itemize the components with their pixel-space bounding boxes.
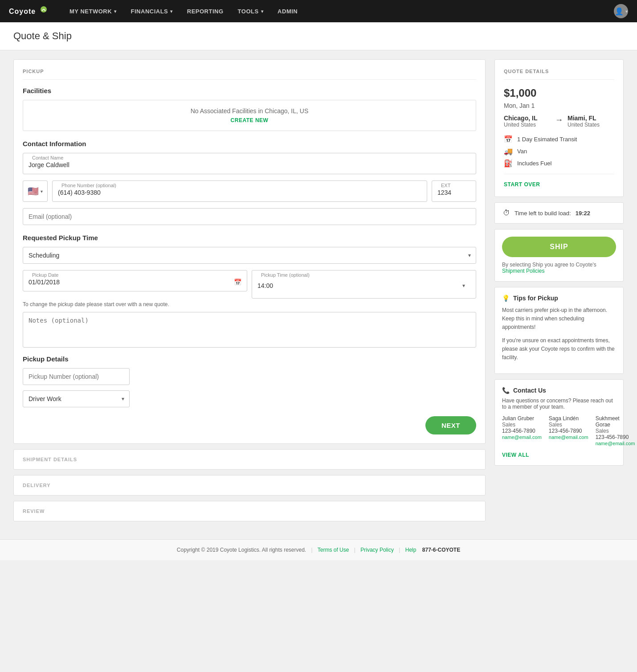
next-button[interactable]: NEXT <box>425 416 476 434</box>
pickup-time-select[interactable]: 14:00 15:00 16:00 <box>257 278 470 294</box>
footer: Copyright © 2019 Coyote Logistics. All r… <box>0 539 637 560</box>
timer-value: 19:22 <box>576 210 590 217</box>
pickup-time-label: Pickup Time (optional) <box>259 272 311 278</box>
nav-my-network[interactable]: MY NETWORK ▾ <box>62 0 124 22</box>
dest-country: United States <box>568 122 614 128</box>
tip2-text: If you're unsure on exact appointments t… <box>502 336 616 362</box>
view-all-link[interactable]: VIEW ALL <box>502 452 529 458</box>
tips-title: 💡 Tips for Pickup <box>502 295 616 302</box>
nav-tools[interactable]: TOOLS ▾ <box>231 0 271 22</box>
shipment-details-card: SHIPMENT DETAILS <box>13 449 486 470</box>
contact-person-2: Sukhmeet Gorae Sales 123-456-7890 name@e… <box>596 415 635 447</box>
calendar-detail-icon: 📅 <box>504 135 513 143</box>
vehicle-text: Van <box>517 148 527 155</box>
timer-icon: ⏱ <box>503 209 510 217</box>
contact-persons: Julian Gruber Sales 123-456-7890 name@em… <box>502 415 616 447</box>
email-input[interactable] <box>23 208 476 225</box>
contact-person-2-role: Sales <box>596 428 635 434</box>
date-time-row: Pickup Date 📅 Pickup Time (optional) <box>23 270 476 299</box>
right-column: QUOTE DETAILS $1,000 Mon, Jan 1 Chicago,… <box>494 59 624 466</box>
pickup-section-title: PICKUP <box>23 69 476 80</box>
contact-person-0-email[interactable]: name@email.com <box>502 434 542 440</box>
contact-person-1: Saga Lindén Sales 123-456-7890 name@emai… <box>549 415 588 447</box>
create-new-link[interactable]: CREATE NEW <box>30 117 469 123</box>
tip1-text: Most carriers prefer pick-up in the afte… <box>502 306 616 332</box>
page-title: Quote & Ship <box>13 30 624 42</box>
driver-work-select[interactable]: Driver Work No Touch Lumper <box>23 390 130 407</box>
page-header: Quote & Ship <box>0 22 637 50</box>
contact-person-0-phone: 123-456-7890 <box>502 428 542 434</box>
pickup-number-input[interactable] <box>23 368 130 385</box>
nav-financials[interactable]: FINANCIALS ▾ <box>124 0 180 22</box>
fuel-item: ⛽ Includes Fuel <box>504 159 614 168</box>
phone-flag[interactable]: 🇺🇸 ▾ <box>23 180 48 202</box>
navbar: Coyote MY NETWORK ▾ FINANCIALS ▾ REPORTI… <box>0 0 637 22</box>
scheduling-select[interactable]: Scheduling Appointment FCFS <box>23 247 476 264</box>
pickup-time-wrap: Pickup Time (optional) 14:00 15:00 16:00… <box>252 270 476 299</box>
pickup-date-wrap: Pickup Date 📅 <box>23 270 247 299</box>
contact-title: 📞 Contact Us <box>502 387 616 394</box>
transit-item: 📅 1 Day Esimated Transit <box>504 135 614 143</box>
quote-route: Chicago, IL United States → Miami, FL Un… <box>504 115 614 128</box>
quote-dest: Miami, FL United States <box>568 115 614 128</box>
shipment-policies-link[interactable]: Shipment Policies <box>502 268 544 274</box>
requested-pickup-heading: Requested Pickup Time <box>23 234 476 242</box>
contact-name-field: Contact Name <box>23 153 476 174</box>
contact-person-2-email[interactable]: name@email.com <box>596 441 635 446</box>
contact-person-2-name: Sukhmeet Gorae <box>596 415 635 428</box>
delivery-card: DELIVERY <box>13 475 486 496</box>
fuel-icon: ⛽ <box>504 159 513 168</box>
ship-button[interactable]: SHIP <box>502 237 616 257</box>
ext-input[interactable] <box>437 188 470 197</box>
quote-date: Mon, Jan 1 <box>504 102 614 109</box>
contact-person-1-phone: 123-456-7890 <box>549 428 588 434</box>
phone-label: Phone Number (optional) <box>60 183 118 188</box>
no-facilities-text: No Associated Facilities in Chicago, IL,… <box>191 107 309 115</box>
contact-person-1-email[interactable]: name@email.com <box>549 434 588 440</box>
facilities-heading: Facilities <box>23 87 476 94</box>
calendar-icon: 📅 <box>234 279 241 286</box>
pickup-details-heading: Pickup Details <box>23 355 476 363</box>
phone-input[interactable] <box>58 188 421 197</box>
scheduling-select-wrap: Scheduling Appointment FCFS ▾ <box>23 247 476 264</box>
start-over-link[interactable]: START OVER <box>504 181 540 188</box>
contact-person-2-phone: 123-456-7890 <box>596 434 635 440</box>
ship-policy: By selecting Ship you agree to Coyote's … <box>502 262 616 274</box>
privacy-link[interactable]: Privacy Policy <box>360 547 394 553</box>
pickup-card: PICKUP Facilities No Associated Faciliti… <box>13 59 486 444</box>
contact-person-0-role: Sales <box>502 422 542 428</box>
terms-link[interactable]: Terms of Use <box>318 547 349 553</box>
help-link[interactable]: Help <box>405 547 416 553</box>
driver-work-select-wrap: Driver Work No Touch Lumper ▾ <box>23 390 130 407</box>
nav-items: MY NETWORK ▾ FINANCIALS ▾ REPORTING TOOL… <box>62 0 614 22</box>
arrow-icon: → <box>555 115 563 125</box>
pickup-date-input[interactable] <box>29 278 234 287</box>
nav-admin[interactable]: ADMIN <box>270 0 305 22</box>
chevron-down-icon: ▾ <box>170 9 173 14</box>
review-card: REVIEW <box>13 501 486 521</box>
fuel-text: Includes Fuel <box>517 160 551 167</box>
contact-info-heading: Contact Information <box>23 140 476 148</box>
vehicle-item: 🚚 Van <box>504 147 614 156</box>
avatar[interactable]: 👤 ▾ <box>614 4 628 18</box>
ext-field: EXT <box>432 180 476 202</box>
logo[interactable]: Coyote <box>9 5 49 17</box>
chevron-down-icon: ▾ <box>261 9 264 14</box>
timer-label: Time left to build load: <box>514 210 571 217</box>
shipment-details-title: SHIPMENT DETAILS <box>23 457 476 462</box>
quote-details-card: QUOTE DETAILS $1,000 Mon, Jan 1 Chicago,… <box>494 59 624 197</box>
nav-reporting[interactable]: REPORTING <box>180 0 231 22</box>
contact-person-0: Julian Gruber Sales 123-456-7890 name@em… <box>502 415 542 447</box>
ship-card: SHIP By selecting Ship you agree to Coyo… <box>494 229 624 282</box>
notes-wrap <box>23 312 476 349</box>
quote-details-list: 📅 1 Day Esimated Transit 🚚 Van ⛽ Include… <box>504 135 614 174</box>
notes-input[interactable] <box>23 312 476 348</box>
tips-card: 💡 Tips for Pickup Most carriers prefer p… <box>494 287 624 374</box>
main-content: PICKUP Facilities No Associated Faciliti… <box>0 50 637 530</box>
delivery-title: DELIVERY <box>23 483 476 488</box>
left-column: PICKUP Facilities No Associated Faciliti… <box>13 59 486 521</box>
contact-description: Have questions or concerns? Please reach… <box>502 397 616 410</box>
contact-name-input[interactable] <box>29 160 470 169</box>
dest-city: Miami, FL <box>568 115 614 122</box>
ext-label: EXT <box>439 183 452 188</box>
